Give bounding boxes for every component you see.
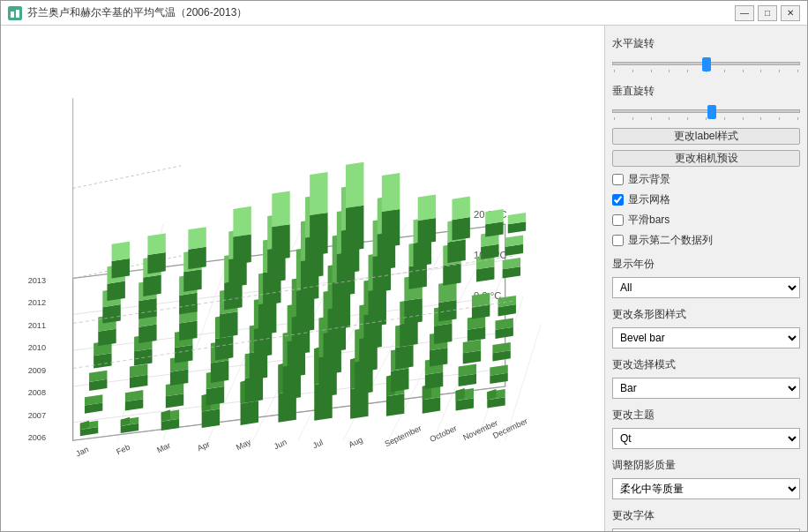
svg-marker-242 (382, 173, 400, 212)
adjust-shadow-quality-label: 调整阴影质量 (612, 458, 800, 473)
svg-marker-244 (418, 195, 436, 221)
change-bar-style-select[interactable]: Bevel bar Cylinder Cone Arrow (612, 327, 800, 348)
svg-marker-237 (310, 213, 327, 256)
show-year-select-container: All 2006 2007 2008 2009 2010 2011 2012 2… (612, 277, 800, 298)
minimize-button[interactable]: — (735, 5, 754, 21)
svg-marker-183 (179, 293, 197, 315)
show-year-select[interactable]: All 2006 2007 2008 2009 2010 2011 2012 2… (612, 277, 800, 298)
vertical-rotation-label: 垂直旋转 (612, 84, 800, 99)
svg-marker-179 (102, 304, 120, 323)
main-content: 20.0 °C 10.0 °C 0.0 °C Jan Feb Mar Apr M… (1, 26, 807, 531)
svg-marker-135 (175, 345, 192, 363)
change-font-select[interactable]: Times New Roman Arial Courier New Verdan… (612, 528, 800, 531)
smooth-bars-checkbox[interactable] (612, 214, 624, 226)
svg-text:2008: 2008 (28, 388, 46, 397)
svg-marker-181 (138, 298, 156, 318)
show-year-label: 显示年份 (612, 257, 800, 272)
svg-marker-230 (147, 233, 165, 255)
svg-text:2010: 2010 (28, 343, 46, 352)
svg-marker-234 (233, 206, 251, 237)
svg-marker-235 (272, 224, 289, 260)
svg-marker-123 (395, 345, 413, 370)
svg-marker-101 (425, 372, 443, 389)
svg-marker-240 (346, 162, 363, 208)
svg-marker-203 (107, 281, 124, 301)
svg-marker-169 (369, 288, 386, 327)
main-window: 芬兰奥卢和赫尔辛基的平均气温（2006-2013） — □ ✕ (0, 0, 808, 532)
show-grid-row: 显示网格 (612, 192, 800, 207)
app-icon (8, 6, 22, 20)
window-title: 芬兰奥卢和赫尔辛基的平均气温（2006-2013） (27, 5, 247, 20)
svg-marker-149 (434, 324, 452, 344)
svg-marker-91 (245, 376, 263, 403)
svg-text:2006: 2006 (28, 433, 46, 442)
horizontal-rotation-slider[interactable] (612, 56, 800, 75)
svg-marker-59 (241, 401, 258, 425)
svg-marker-137 (215, 336, 233, 361)
svg-marker-245 (452, 217, 469, 241)
vertical-rotation-slider[interactable] (612, 104, 800, 123)
title-bar: 芬兰奥卢和赫尔辛基的平均气温（2006-2013） — □ ✕ (1, 1, 807, 26)
show-background-label: 显示背景 (628, 172, 670, 187)
svg-marker-147 (400, 322, 417, 348)
svg-marker-155 (98, 329, 116, 346)
change-label-style-button[interactable]: 更改label样式 (612, 128, 800, 145)
svg-marker-125 (430, 348, 447, 366)
change-theme-select[interactable]: Qt Primary Colors Digia Stone Moss Army … (612, 428, 800, 449)
svg-marker-71 (386, 393, 404, 416)
svg-marker-248 (485, 209, 503, 224)
horizontal-rotation-label: 水平旋转 (612, 36, 800, 51)
svg-rect-1 (16, 10, 19, 18)
svg-marker-205 (143, 274, 161, 296)
svg-marker-243 (418, 218, 436, 244)
change-theme-label: 更改主题 (612, 408, 800, 423)
change-selection-mode-select[interactable]: Bar Row Column None (612, 378, 800, 399)
svg-marker-236 (272, 191, 289, 227)
svg-marker-229 (147, 252, 165, 274)
svg-text:2012: 2012 (28, 298, 46, 307)
svg-marker-74 (423, 397, 440, 413)
maximize-button[interactable]: □ (758, 5, 777, 21)
change-theme-select-container: Qt Primary Colors Digia Stone Moss Army … (612, 428, 800, 449)
show-second-series-checkbox[interactable] (612, 235, 624, 246)
svg-marker-246 (452, 197, 469, 221)
change-bar-style-label: 更改条形图样式 (612, 307, 800, 322)
svg-marker-239 (346, 206, 363, 251)
show-grid-checkbox[interactable] (612, 194, 624, 206)
show-second-series-row: 显示第二个数据列 (612, 233, 800, 248)
svg-text:2007: 2007 (28, 411, 46, 420)
svg-marker-219 (414, 241, 431, 267)
svg-text:2011: 2011 (28, 321, 46, 330)
svg-marker-89 (206, 386, 224, 405)
svg-marker-161 (220, 311, 237, 338)
show-background-checkbox[interactable] (612, 174, 624, 185)
svg-text:2013: 2013 (28, 276, 46, 285)
svg-marker-195 (408, 264, 426, 289)
change-font-label: 更改字体 (612, 508, 800, 523)
show-background-row: 显示背景 (612, 172, 800, 187)
svg-marker-207 (183, 269, 201, 292)
change-camera-preset-button[interactable]: 更改相机预设 (612, 150, 800, 167)
chart-area: 20.0 °C 10.0 °C 0.0 °C Jan Feb Mar Apr M… (1, 26, 604, 531)
svg-text:2009: 2009 (28, 366, 46, 375)
smooth-bars-label: 平滑bars (628, 213, 670, 228)
svg-marker-232 (188, 227, 206, 250)
svg-marker-159 (179, 320, 197, 340)
close-button[interactable]: ✕ (781, 5, 800, 21)
change-bar-style-select-container: Bevel bar Cylinder Cone Arrow (612, 327, 800, 348)
show-second-series-label: 显示第二个数据列 (628, 233, 713, 248)
svg-marker-157 (138, 325, 156, 343)
svg-marker-241 (382, 209, 400, 248)
window-controls: — □ ✕ (735, 5, 800, 21)
adjust-shadow-quality-select[interactable]: 无阴影 基本质量 中等质量 高质量 柔化低质量 柔化中等质量 柔化高质量 (612, 478, 800, 499)
change-font-select-container: Times New Roman Arial Courier New Verdan… (612, 528, 800, 531)
smooth-bars-row: 平滑bars (612, 213, 800, 228)
svg-marker-197 (443, 263, 460, 286)
svg-marker-171 (404, 298, 422, 325)
title-bar-left: 芬兰奥卢和赫尔辛基的平均气温（2006-2013） (8, 5, 247, 20)
sidebar: 水平旋转 (604, 26, 807, 531)
change-selection-mode-select-container: Bar Row Column None (612, 378, 800, 399)
svg-marker-163 (258, 302, 276, 335)
svg-marker-228 (112, 242, 130, 261)
show-grid-label: 显示网格 (628, 192, 670, 207)
